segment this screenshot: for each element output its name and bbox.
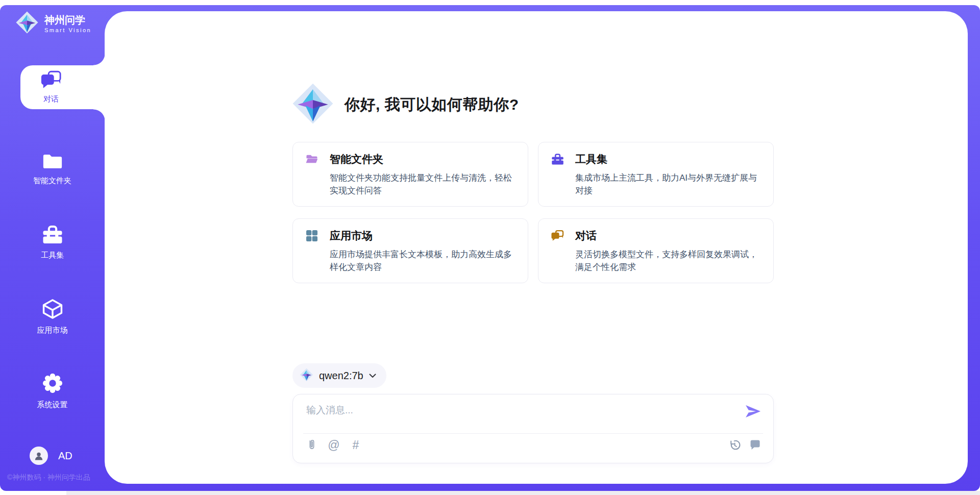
brand: 神州问学 Smart Vision bbox=[15, 11, 91, 36]
copyright-footer: ©神州数码 · 神州问学出品 bbox=[7, 473, 90, 482]
composer-tools-right bbox=[728, 438, 762, 452]
user-profile[interactable]: AD bbox=[30, 447, 72, 465]
send-icon[interactable] bbox=[744, 403, 762, 419]
feature-cards: 智能文件夹 智能文件夹功能支持批量文件上传与清洗，轻松实现文件问答 工具集 集成… bbox=[292, 142, 774, 283]
card-chat[interactable]: 对话 灵活切换多模型文件，支持多样回复效果调试，满足个性化需求 bbox=[538, 218, 774, 283]
sidebar-item-label: 应用市场 bbox=[37, 326, 68, 335]
logo-diamond-icon bbox=[15, 11, 39, 36]
horizontal-scrollbar[interactable] bbox=[66, 491, 980, 495]
folder-open-icon bbox=[305, 153, 318, 165]
paperclip-icon[interactable] bbox=[305, 438, 318, 452]
composer-tools-left: @ # bbox=[305, 438, 362, 452]
card-smart-folder[interactable]: 智能文件夹 智能文件夹功能支持批量文件上传与清洗，轻松实现文件问答 bbox=[292, 142, 528, 207]
grid-icon bbox=[305, 230, 318, 242]
tab-fillet-bottom bbox=[93, 109, 105, 121]
card-description: 集成市场上主流工具，助力AI与外界无缝扩展与对接 bbox=[575, 172, 761, 197]
hash-icon[interactable]: # bbox=[349, 438, 362, 452]
message-composer: @ # bbox=[292, 394, 774, 463]
card-description: 智能文件夹功能支持批量文件上传与清洗，轻松实现文件问答 bbox=[330, 172, 516, 197]
sidebar-item-app-market[interactable]: 应用市场 bbox=[0, 299, 105, 335]
message-input[interactable] bbox=[305, 403, 746, 430]
chat-icon bbox=[551, 230, 564, 242]
card-title: 工具集 bbox=[575, 152, 607, 166]
avatar bbox=[30, 447, 48, 465]
cube-icon bbox=[42, 299, 63, 321]
greeting-title: 你好, 我可以如何帮助你? bbox=[345, 94, 519, 115]
card-title: 对话 bbox=[575, 229, 597, 243]
folder-icon bbox=[42, 152, 63, 172]
sidebar-item-label: 对话 bbox=[43, 94, 59, 104]
card-description: 灵活切换多模型文件，支持多样回复效果调试，满足个性化需求 bbox=[575, 249, 761, 274]
card-title: 智能文件夹 bbox=[330, 152, 383, 166]
logo-diamond-icon bbox=[300, 368, 313, 384]
card-title: 应用市场 bbox=[330, 229, 373, 243]
gear-icon bbox=[42, 373, 63, 396]
sidebar-item-smart-folder[interactable]: 智能文件夹 bbox=[0, 152, 105, 186]
history-icon[interactable] bbox=[728, 438, 741, 452]
toolbox-icon bbox=[551, 153, 564, 165]
card-toolbox[interactable]: 工具集 集成市场上主流工具，助力AI与外界无缝扩展与对接 bbox=[538, 142, 774, 207]
chat-bubble-icon[interactable] bbox=[748, 438, 762, 452]
brand-subtitle: Smart Vision bbox=[44, 27, 91, 33]
model-selector[interactable]: qwen2:7b bbox=[292, 363, 386, 388]
sidebar-item-settings[interactable]: 系统设置 bbox=[0, 373, 105, 410]
logo-diamond-icon bbox=[291, 82, 334, 127]
hero: 你好, 我可以如何帮助你? bbox=[291, 82, 519, 127]
tab-fillet-top bbox=[93, 54, 105, 65]
model-name: qwen2:7b bbox=[319, 370, 363, 382]
app-root: 神州问学 Smart Vision 对话 智能文件夹 bbox=[0, 0, 980, 495]
chevron-down-icon bbox=[369, 371, 376, 380]
sidebar-item-chat[interactable]: 对话 bbox=[20, 65, 105, 109]
card-app-market[interactable]: 应用市场 应用市场提供丰富长文本模板，助力高效生成多样化文章内容 bbox=[292, 218, 528, 283]
sidebar-item-label: 系统设置 bbox=[37, 400, 68, 410]
card-description: 应用市场提供丰富长文本模板，助力高效生成多样化文章内容 bbox=[330, 249, 516, 274]
chat-icon bbox=[40, 70, 62, 91]
sidebar-item-toolbox[interactable]: 工具集 bbox=[0, 226, 105, 260]
at-icon[interactable]: @ bbox=[327, 438, 340, 452]
sidebar-item-label: 工具集 bbox=[41, 251, 64, 260]
brand-name: 神州问学 bbox=[44, 14, 91, 26]
user-name: AD bbox=[58, 450, 72, 462]
sidebar-item-label: 智能文件夹 bbox=[33, 176, 71, 186]
composer-divider bbox=[303, 433, 763, 434]
toolbox-icon bbox=[42, 226, 63, 246]
